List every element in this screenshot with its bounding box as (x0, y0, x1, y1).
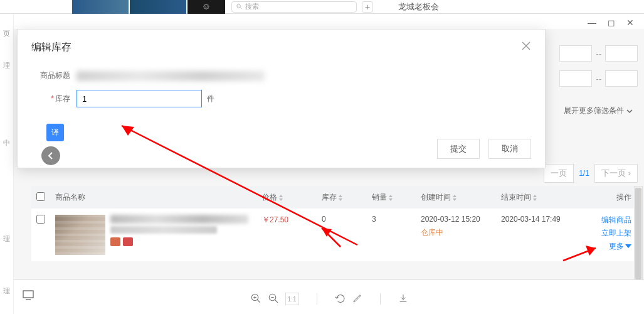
zoom-in-icon (250, 293, 261, 304)
cell-ops: 编辑商品 立即上架 更多 (581, 215, 634, 252)
prev-page-button[interactable]: 一页 (544, 164, 574, 183)
cell-stock: 0 (322, 215, 372, 224)
screenshot-tool-icon[interactable] (23, 290, 34, 302)
separator (317, 293, 317, 305)
close-icon (521, 41, 531, 51)
add-tab-button[interactable]: + (362, 1, 373, 13)
nav-fragment[interactable]: 理 (3, 286, 10, 296)
col-name: 商品名称 (55, 192, 262, 203)
range-separator: -- (596, 49, 601, 58)
sort-icon (532, 195, 537, 201)
col-ops: 操作 (581, 192, 634, 203)
maximize-button[interactable]: ◻ (608, 18, 615, 28)
close-button[interactable]: ✕ (626, 18, 634, 28)
rotate-button[interactable] (335, 293, 346, 306)
vertical-scrollbar[interactable]: ▲ ▼ (634, 186, 643, 279)
col-end-time[interactable]: 结束时间 (501, 192, 581, 203)
more-ops-link[interactable]: 更多 (581, 241, 631, 252)
cell-product (55, 215, 262, 255)
tab-search-input[interactable]: 搜索 (231, 1, 357, 13)
tab-thumbnail[interactable] (130, 0, 186, 14)
download-button[interactable] (398, 293, 408, 305)
nav-fragment[interactable]: 中 (3, 138, 10, 148)
chevron-left-icon (48, 152, 54, 160)
dialog-close-button[interactable] (521, 41, 531, 53)
expand-filters-label: 展开更多筛选条件 (564, 106, 624, 116)
form-row-stock: *库存 件 (31, 90, 531, 107)
range-from-input[interactable] (559, 45, 592, 62)
badge-icon (110, 237, 120, 246)
badge-icon (123, 237, 133, 246)
tab-thumbnail[interactable]: ۞ (187, 0, 225, 14)
edit-stock-dialog: 编辑库存 商品标题 *库存 件 译 提交 取消 (17, 29, 546, 168)
submit-button[interactable]: 提交 (437, 139, 480, 159)
row-checkbox[interactable] (36, 215, 45, 224)
col-sales[interactable]: 销量 (372, 192, 421, 203)
svg-point-0 (237, 4, 241, 8)
nav-fragment[interactable]: 理 (3, 61, 10, 70)
zoom-ratio-box[interactable]: 1:1 (285, 293, 299, 305)
translate-button[interactable]: 译 (46, 124, 64, 141)
svg-rect-5 (23, 291, 33, 298)
cell-end-time: 2020-03-14 17:49 (501, 215, 581, 224)
range-row: -- (559, 45, 638, 62)
product-thumbnail[interactable] (55, 215, 105, 255)
status-badge: 仓库中 (421, 227, 501, 238)
select-all-checkbox[interactable] (36, 192, 45, 201)
unit-label: 件 (207, 94, 214, 104)
dialog-title: 编辑库存 (31, 41, 71, 54)
monitor-icon (23, 290, 34, 300)
minimize-button[interactable]: — (588, 18, 596, 28)
col-stock[interactable]: 库存 (322, 192, 372, 203)
nav-fragment[interactable]: 理 (3, 234, 10, 244)
range-to-input[interactable] (605, 70, 638, 87)
edit-button[interactable] (352, 293, 362, 305)
range-from-input[interactable] (559, 70, 592, 87)
chevron-down-icon (626, 108, 633, 114)
pagination: 一页 1/1 下一页 › (544, 164, 638, 183)
sort-icon (278, 195, 283, 201)
caret-down-icon (625, 244, 631, 249)
table-row: ￥27.50 0 3 2020-03-12 15:20 仓库中 2020-03-… (31, 208, 639, 261)
product-sub-redacted (110, 226, 217, 234)
search-placeholder: 搜索 (245, 2, 259, 11)
sort-icon (388, 195, 393, 201)
form-row-product-title: 商品标题 (31, 70, 531, 81)
left-nav-sliver: 页 理 中 理 理 (0, 14, 14, 314)
product-title-redacted (77, 71, 265, 81)
range-row: -- (559, 70, 638, 87)
cancel-button[interactable]: 取消 (488, 139, 531, 159)
zoom-out-icon (268, 293, 279, 304)
create-time-value: 2020-03-12 15:20 (421, 215, 501, 224)
shelf-now-link[interactable]: 立即上架 (581, 228, 631, 239)
page-indicator: 1/1 (579, 169, 589, 178)
bottom-toolbar: 1:1 (14, 279, 644, 314)
edit-product-link[interactable]: 编辑商品 (581, 215, 631, 225)
range-separator: -- (596, 74, 601, 84)
table-header-row: 商品名称 价格 库存 销量 创建时间 结束时间 操作 (31, 186, 639, 208)
back-circle-button[interactable] (41, 146, 60, 165)
product-badges (110, 237, 248, 246)
stock-input[interactable] (77, 90, 202, 107)
col-price[interactable]: 价格 (262, 192, 322, 203)
pencil-icon (352, 293, 362, 303)
expand-filters-link[interactable]: 展开更多筛选条件 (564, 106, 633, 116)
search-icon (236, 3, 243, 10)
range-to-input[interactable] (605, 45, 638, 62)
zoom-out-button[interactable] (268, 293, 279, 306)
more-label: 更多 (609, 241, 624, 252)
nav-fragment[interactable]: 页 (3, 29, 10, 38)
zoom-in-button[interactable] (250, 293, 261, 306)
label-product-title: 商品标题 (31, 70, 70, 81)
sort-icon (452, 195, 457, 201)
product-table: 商品名称 价格 库存 销量 创建时间 结束时间 操作 ￥27 (31, 186, 639, 261)
next-page-button[interactable]: 下一页 › (594, 164, 638, 183)
col-create-time[interactable]: 创建时间 (421, 192, 501, 203)
download-icon (398, 293, 408, 303)
svg-line-12 (275, 300, 278, 303)
next-page-label: 下一页 (601, 168, 626, 178)
cell-create-time: 2020-03-12 15:20 仓库中 (421, 215, 501, 238)
filter-ranges: -- -- (559, 45, 638, 95)
scrollbar-thumb[interactable] (635, 188, 641, 279)
tab-thumbnail[interactable] (72, 0, 129, 14)
